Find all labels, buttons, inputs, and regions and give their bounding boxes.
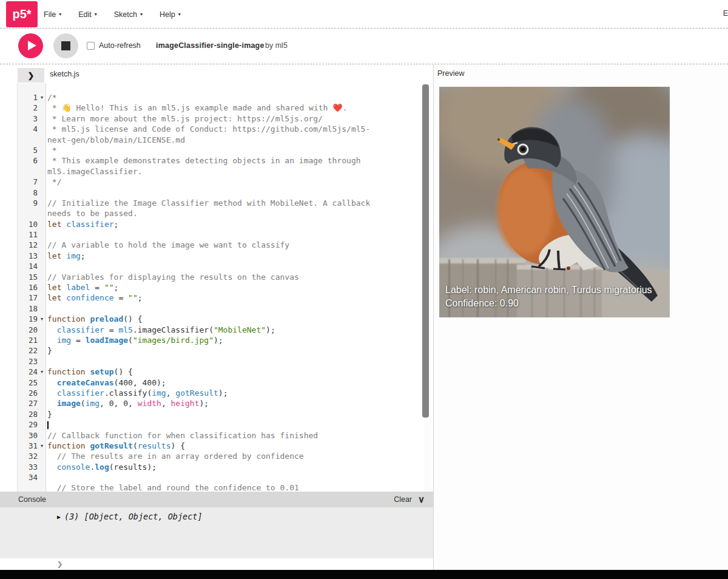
fold-arrow-icon[interactable]: ▼ xyxy=(38,367,46,377)
code-line[interactable]: } xyxy=(46,345,422,356)
code-line[interactable]: function gotResult(results) { xyxy=(46,441,422,451)
fold-arrow-icon[interactable]: ▼ xyxy=(38,441,46,451)
code-token: setup xyxy=(90,367,113,376)
code-row: // Store the label and round the confide… xyxy=(17,482,422,492)
fold-spacer xyxy=(38,166,46,177)
code-line[interactable] xyxy=(46,188,422,198)
line-number: 21 xyxy=(17,335,38,345)
code-line[interactable]: /* xyxy=(46,92,422,103)
console-clear-button[interactable]: Clear xyxy=(394,495,412,504)
line-number: 1 xyxy=(17,92,38,103)
code-line[interactable]: createCanvas(400, 400); xyxy=(46,378,422,388)
code-line[interactable]: next-gen/blob/main/LICENSE.md xyxy=(46,135,422,145)
code-line[interactable] xyxy=(46,261,422,271)
sketch-title[interactable]: imageClassifier-single-image xyxy=(156,41,265,50)
expand-triangle-icon[interactable]: ▶ xyxy=(57,513,61,520)
code-line[interactable]: // Variables for displaying the results … xyxy=(46,272,422,282)
tab-sketch-js[interactable]: sketch.js xyxy=(50,70,79,78)
gutter-cell: 9 xyxy=(17,198,46,208)
author-link[interactable]: ml5 xyxy=(275,41,288,50)
gutter-cell: 1▼ xyxy=(17,92,46,103)
code-line[interactable]: // Initialize the Image Classifier metho… xyxy=(46,198,422,208)
code-line[interactable]: let classifier; xyxy=(46,219,422,229)
code-line[interactable]: function setup() { xyxy=(46,367,422,377)
line-number: 30 xyxy=(17,430,38,441)
code-line[interactable]: */ xyxy=(46,177,422,187)
code-line[interactable]: * This example demonstrates detecting ob… xyxy=(46,155,422,166)
code-token: let xyxy=(47,251,61,260)
gutter-cell: 20 xyxy=(17,325,46,335)
chevron-down-icon[interactable]: ∨ xyxy=(418,496,425,503)
code-token: function xyxy=(47,367,86,376)
fold-spacer xyxy=(38,388,46,398)
text-cursor xyxy=(47,421,49,429)
code-line[interactable]: let label = ""; xyxy=(46,282,422,293)
code-line[interactable]: function preload() { xyxy=(46,314,422,324)
code-editor[interactable]: 1▼/*2 * 👋 Hello! This is an ml5.js examp… xyxy=(0,83,433,492)
code-line[interactable]: image(img, 0, 0, width, height); xyxy=(46,398,422,408)
code-line[interactable] xyxy=(46,229,422,240)
code-token: } xyxy=(47,346,52,355)
menu-sketch[interactable]: Sketch▾ xyxy=(114,10,143,19)
code-token: width xyxy=(138,399,161,408)
fold-spacer xyxy=(38,272,46,282)
code-token: "" xyxy=(104,283,114,292)
code-token: classifier xyxy=(57,388,104,398)
code-line[interactable]: * Learn more about the ml5.js project: h… xyxy=(46,113,422,124)
code-token xyxy=(47,452,57,461)
code-line[interactable]: let confidence = ""; xyxy=(46,293,422,303)
menu-help[interactable]: Help▾ xyxy=(160,10,181,19)
line-number: 20 xyxy=(17,325,38,335)
code-token: img xyxy=(152,388,166,398)
code-line[interactable] xyxy=(46,472,422,482)
gutter-cell: 4 xyxy=(17,124,46,134)
code-token: ( xyxy=(128,336,133,345)
bottom-bar xyxy=(0,570,728,579)
code-token: function xyxy=(47,441,86,450)
code-line[interactable] xyxy=(46,419,422,430)
editor-scrollbar-track[interactable] xyxy=(424,83,431,492)
play-icon xyxy=(28,41,36,50)
code-line[interactable]: let img; xyxy=(46,251,422,261)
code-line[interactable] xyxy=(46,303,422,314)
fold-arrow-icon[interactable]: ▼ xyxy=(38,314,46,324)
code-token: , xyxy=(114,399,124,408)
code-line[interactable]: // The results are in an array ordered b… xyxy=(46,451,422,461)
code-line[interactable]: img = loadImage("images/bird.jpg"); xyxy=(46,335,422,345)
code-line[interactable]: // A variable to hold the image we want … xyxy=(46,240,422,250)
language-selector[interactable]: Eng xyxy=(723,9,728,18)
fold-spacer xyxy=(38,451,46,461)
code-line[interactable]: * xyxy=(46,145,422,155)
code-line[interactable]: // Store the label and round the confide… xyxy=(46,482,422,492)
code-line[interactable]: console.log(results); xyxy=(46,462,422,472)
code-token: function xyxy=(47,314,86,323)
menu-file[interactable]: File▾ xyxy=(44,10,61,19)
line-number: 31 xyxy=(17,441,38,451)
editor-scrollbar-thumb[interactable] xyxy=(422,84,429,418)
code-row: 29 xyxy=(17,419,422,430)
code-line[interactable]: // Callback function for when classifica… xyxy=(46,430,422,441)
auto-refresh-checkbox[interactable] xyxy=(87,42,95,50)
menu-label: Sketch xyxy=(114,10,137,19)
code-row: 15// Variables for displaying the result… xyxy=(17,272,422,282)
code-line[interactable] xyxy=(46,356,422,367)
fold-arrow-icon[interactable]: ▼ xyxy=(38,92,46,103)
stop-button[interactable] xyxy=(53,33,78,58)
code-row: next-gen/blob/main/LICENSE.md xyxy=(17,135,422,145)
code-line[interactable]: classifier.classify(img, gotResult); xyxy=(46,388,422,398)
code-line[interactable]: needs to be passed. xyxy=(46,208,422,218)
code-line[interactable]: * ml5.js license and Code of Conduct: ht… xyxy=(46,124,422,134)
chevron-down-icon: ▾ xyxy=(140,12,143,17)
play-button[interactable] xyxy=(18,33,43,58)
console-input-row[interactable]: ❯ xyxy=(0,558,433,570)
code-token: ); xyxy=(157,378,166,387)
code-line[interactable]: } xyxy=(46,409,422,419)
code-line[interactable]: ml5.imageClassifier. xyxy=(46,166,422,177)
p5-logo[interactable]: p5* xyxy=(6,1,38,27)
code-line[interactable]: classifier = ml5.imageClassifier("Mobile… xyxy=(46,325,422,335)
code-line[interactable]: * 👋 Hello! This is an ml5.js example mad… xyxy=(46,103,422,113)
sidebar-collapse-button[interactable]: ❯ xyxy=(18,68,44,83)
menu-edit[interactable]: Edit▾ xyxy=(78,10,97,19)
fold-spacer xyxy=(38,177,46,187)
code-token: label xyxy=(66,283,90,292)
